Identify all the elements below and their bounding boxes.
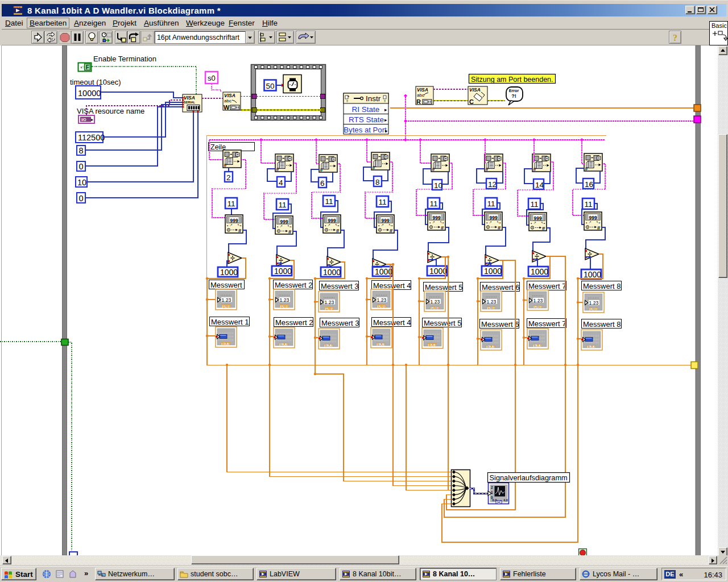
svg-text:112500: 112500 (78, 133, 105, 142)
svg-text:DBL: DBL (326, 306, 335, 311)
svg-text:DBL: DBL (378, 304, 387, 309)
svg-text:R: R (416, 98, 421, 105)
svg-text:DBL: DBL (488, 305, 497, 310)
svg-text:1000: 1000 (531, 267, 548, 276)
svg-text:‼: ‼ (346, 99, 348, 103)
svg-text:1.23: 1.23 (325, 300, 334, 305)
svg-text:16: 16 (585, 180, 593, 189)
svg-text:↗: ↗ (533, 221, 536, 225)
svg-text:4.0: 4.0 (503, 498, 508, 502)
svg-text:#: # (498, 225, 501, 231)
svg-text:▸: ▸ (385, 128, 388, 134)
svg-text:▪: ▪ (325, 224, 326, 227)
svg-text:1000: 1000 (323, 268, 341, 277)
svg-text:11: 11 (228, 199, 235, 208)
svg-text:#: # (320, 167, 323, 173)
svg-text:Signalverlaufsdiagramm: Signalverlaufsdiagramm (490, 473, 568, 482)
svg-text:50: 50 (266, 82, 275, 90)
svg-text:Messwert 2: Messwert 2 (275, 281, 312, 289)
svg-text:EXT: EXT (534, 343, 543, 348)
svg-text:SERIAL: SERIAL (184, 101, 196, 104)
svg-text:Instr: Instr (366, 94, 381, 103)
svg-text:DBL: DBL (590, 306, 599, 311)
svg-text:#: # (585, 166, 588, 172)
svg-text:Messwert 7: Messwert 7 (528, 319, 566, 328)
svg-text:11: 11 (430, 199, 438, 208)
svg-text:VISA: VISA (224, 93, 235, 98)
svg-text:#: # (542, 225, 545, 231)
svg-text:Messwert 3: Messwert 3 (321, 319, 359, 327)
svg-text:1000: 1000 (584, 270, 601, 279)
svg-text:999: 999 (490, 215, 498, 221)
svg-text:▪: ▪ (486, 221, 487, 225)
svg-text:s0: s0 (208, 74, 216, 82)
svg-text:Messwert 4: Messwert 4 (373, 281, 411, 290)
svg-text:0: 0 (79, 162, 84, 171)
svg-text:EXT: EXT (588, 344, 597, 349)
svg-text:1000: 1000 (429, 267, 447, 276)
svg-text:1.23: 1.23 (431, 299, 440, 305)
svg-text:2: 2 (491, 485, 493, 489)
svg-text:12: 12 (488, 180, 497, 189)
svg-text:#: # (390, 227, 393, 234)
svg-text:Bytes at Port: Bytes at Port (344, 126, 387, 134)
svg-text:1.23: 1.23 (533, 298, 543, 304)
svg-text:EXT: EXT (222, 341, 231, 346)
svg-text:▪: ▪ (277, 225, 278, 228)
svg-text:W: W (224, 104, 230, 111)
svg-text:Messwert 7: Messwert 7 (528, 282, 566, 290)
svg-text:11: 11 (531, 200, 539, 209)
svg-text:#: # (224, 163, 227, 168)
svg-text:0: 0 (79, 194, 84, 203)
svg-text:10: 10 (77, 178, 86, 187)
svg-text:DBL: DBL (535, 304, 544, 309)
svg-text:Messwert: Messwert (210, 281, 242, 289)
svg-text:6: 6 (320, 179, 325, 188)
svg-text:11: 11 (379, 198, 387, 206)
svg-text:11: 11 (325, 197, 333, 206)
svg-text:VISA resource name: VISA resource name (77, 107, 144, 115)
svg-text:Sitzung am Port beenden.: Sitzung am Port beenden. (471, 76, 553, 84)
svg-text:11: 11 (487, 199, 495, 208)
svg-text:999: 999 (230, 218, 238, 223)
svg-text:1000: 1000 (220, 268, 238, 277)
svg-text:Messwert 5: Messwert 5 (424, 319, 461, 327)
svg-text:8: 8 (375, 178, 380, 186)
svg-text:Enable Termination: Enable Termination (93, 55, 156, 63)
svg-text:999: 999 (280, 219, 288, 225)
svg-text:8: 8 (79, 146, 84, 155)
svg-text:F: F (86, 64, 89, 70)
svg-text:VISA: VISA (184, 95, 195, 101)
svg-text:999: 999 (328, 218, 336, 223)
svg-text:#: # (336, 227, 340, 234)
svg-text:EXT: EXT (378, 342, 386, 347)
svg-text:?: ? (673, 33, 677, 43)
svg-text:Messwert 8: Messwert 8 (583, 320, 621, 329)
svg-text:1000: 1000 (274, 267, 292, 276)
svg-text:↗: ↗ (589, 221, 592, 224)
svg-text:RTS State: RTS State (349, 115, 384, 124)
svg-text:▪: ▪ (227, 224, 228, 227)
svg-text:↗: ↗ (432, 221, 435, 224)
svg-text:DBL: DBL (432, 305, 441, 310)
svg-text:#: # (432, 167, 435, 172)
svg-text:Messwert 8: Messwert 8 (583, 282, 621, 290)
svg-text:DBL: DBL (223, 304, 232, 309)
svg-text:#: # (441, 225, 444, 231)
svg-text:timeout (10sec): timeout (10sec) (70, 78, 121, 86)
svg-text:#: # (238, 227, 242, 234)
svg-text:1000: 1000 (484, 267, 502, 276)
svg-text:1.23: 1.23 (589, 300, 599, 306)
svg-text:abc: abc (224, 98, 231, 103)
svg-text:#: # (486, 167, 489, 172)
svg-text:2: 2 (226, 173, 231, 182)
svg-text:Messwert 4: Messwert 4 (373, 318, 411, 327)
svg-text:↗: ↗ (489, 221, 492, 224)
svg-text:C: C (469, 98, 474, 105)
svg-text:999: 999 (534, 215, 542, 221)
svg-text:Messwert 6: Messwert 6 (481, 320, 519, 329)
svg-text:VISA: VISA (417, 87, 428, 93)
svg-text:#: # (533, 167, 536, 172)
svg-text:VISA: VISA (469, 87, 481, 93)
svg-text:‼: ‼ (384, 99, 386, 103)
